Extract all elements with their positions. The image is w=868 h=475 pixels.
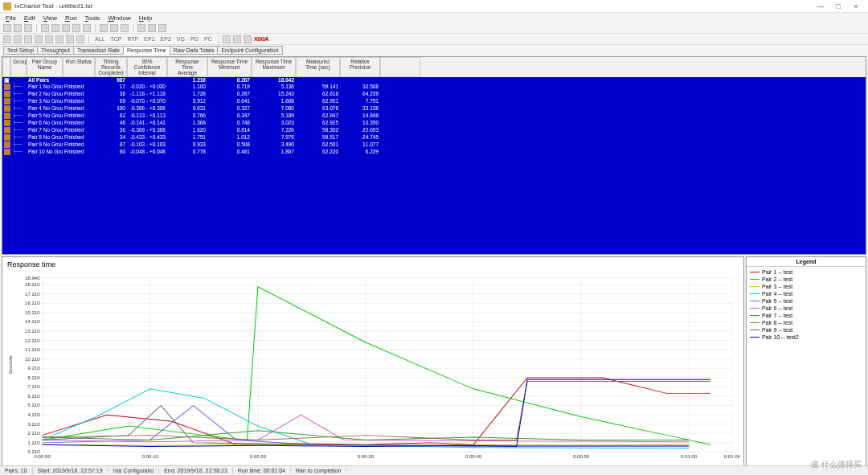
legend-item[interactable]: Pair 4 -- test xyxy=(750,290,862,297)
svg-text:2.210: 2.210 xyxy=(27,432,40,436)
toolbar-icon-13[interactable] xyxy=(158,24,166,32)
legend-item[interactable]: Pair 3 -- test xyxy=(750,283,862,290)
legend-label: Pair 3 -- test xyxy=(762,284,792,289)
statusbar: Pairs: 10 Start: 2019/9/18, 22:57:19 Ixi… xyxy=(0,465,868,475)
svg-text:0:01:04: 0:01:04 xyxy=(724,455,740,460)
table-row[interactable]: ├──Pair 6 No GroupFinished46-0.141 - +0.… xyxy=(2,120,866,127)
legend-label: Pair 1 -- test xyxy=(762,269,792,275)
table-row[interactable]: ├──Pair 3 No GroupFinished69-0.070 - +0.… xyxy=(2,98,866,105)
filter-icon-5[interactable] xyxy=(55,35,63,43)
chart-panel: Response time 0.2101.2102.2103.2104.2105… xyxy=(2,256,744,475)
toolbar-icon-11[interactable] xyxy=(137,24,145,32)
svg-text:14.210: 14.210 xyxy=(25,320,40,325)
legend-label: Pair 8 -- test xyxy=(762,320,792,326)
svg-text:Seconds: Seconds xyxy=(8,356,13,375)
legend-item[interactable]: Pair 9 -- test xyxy=(750,326,862,334)
toolbar-icon-9[interactable] xyxy=(110,24,118,32)
filter-icon-7[interactable] xyxy=(76,35,84,43)
legend-swatch-icon xyxy=(750,315,760,316)
menu-help[interactable]: Help xyxy=(137,14,154,22)
table-row[interactable]: ├──Pair 8 No GroupFinished34-0.433 - +0.… xyxy=(2,134,866,141)
filter-pc[interactable]: PC xyxy=(203,36,214,42)
menu-view[interactable]: View xyxy=(41,14,59,22)
menu-tools[interactable]: Tools xyxy=(83,14,103,22)
chart-canvas[interactable]: 0.2101.2102.2103.2104.2105.2106.2107.210… xyxy=(6,270,740,468)
tab-response-time[interactable]: Response Time xyxy=(123,46,170,55)
filter-vg[interactable]: VG xyxy=(175,36,186,42)
summary-row[interactable]: ▣All Pairs9871.2160.20718.042 xyxy=(2,77,866,84)
tab-transaction-rate[interactable]: Transaction Rate xyxy=(73,46,124,55)
toolbar-icon-6[interactable] xyxy=(72,24,80,32)
toolbar-icon-3[interactable] xyxy=(41,24,49,32)
filter-rtp[interactable]: RTP xyxy=(125,36,140,42)
filter-icon-1[interactable] xyxy=(14,35,22,43)
toolbar-icon-10[interactable] xyxy=(121,24,129,32)
table-row[interactable]: ├──Pair 2 No GroupFinished36-1.118 - +1.… xyxy=(2,91,866,98)
tab-endpoint-configuration[interactable]: Endpoint Configuration xyxy=(217,46,282,55)
legend-item[interactable]: Pair 1 -- test xyxy=(750,268,862,276)
legend-swatch-icon xyxy=(750,293,760,294)
tabbar: Test SetupThroughputTransaction RateResp… xyxy=(0,45,868,55)
table-row[interactable]: ├──Pair 5 No GroupFinished82-0.113 - +0.… xyxy=(2,113,866,120)
toolbar-icon-5[interactable] xyxy=(62,24,70,32)
filter-icon-0[interactable] xyxy=(3,35,11,43)
chart-title: Response time xyxy=(6,259,740,270)
svg-text:16.210: 16.210 xyxy=(25,301,40,306)
svg-text:11.210: 11.210 xyxy=(25,348,40,353)
tool-icon-0[interactable] xyxy=(223,35,231,43)
tab-throughput[interactable]: Throughput xyxy=(37,46,74,55)
legend-item[interactable]: Pair 6 -- test xyxy=(750,305,862,312)
legend-item[interactable]: Pair 10 -- test2 xyxy=(750,334,862,341)
tab-raw-data-totals[interactable]: Raw Data Totals xyxy=(170,46,219,55)
toolbar-icon-0[interactable] xyxy=(3,24,11,32)
toolbar-filters: ALLTCPRTPEP1EP2VGPGPCXIXIA xyxy=(0,34,868,45)
menu-edit[interactable]: Edit xyxy=(22,14,38,22)
svg-text:12.210: 12.210 xyxy=(25,338,40,343)
maximize-button[interactable]: □ xyxy=(829,2,847,10)
filter-ep1[interactable]: EP1 xyxy=(142,36,156,42)
toolbar-icon-2[interactable] xyxy=(24,24,32,32)
table-row[interactable]: ├──Pair 10 No GroupFinished80-0.048 - +0… xyxy=(2,149,866,156)
toolbar-icon-4[interactable] xyxy=(51,24,59,32)
legend-swatch-icon xyxy=(750,286,760,287)
menu-file[interactable]: File xyxy=(3,14,18,22)
toolbar-icon-12[interactable] xyxy=(148,24,156,32)
tool-icon-2[interactable] xyxy=(244,35,252,43)
close-button[interactable]: × xyxy=(847,2,865,10)
legend-item[interactable]: Pair 7 -- test xyxy=(750,312,862,319)
minimize-button[interactable]: — xyxy=(812,2,829,10)
toolbar-icon-7[interactable] xyxy=(83,24,91,32)
svg-text:18.210: 18.210 xyxy=(25,283,40,288)
table-row[interactable]: ├──Pair 7 No GroupFinished36-0.368 - +0.… xyxy=(2,127,866,134)
filter-ep2[interactable]: EP2 xyxy=(159,36,173,42)
grid-body[interactable]: ▣All Pairs9871.2160.20718.042├──Pair 1 N… xyxy=(2,77,866,254)
table-row[interactable]: ├──Pair 4 No GroupFinished100-0.306 - +0… xyxy=(2,105,866,113)
table-row[interactable]: ├──Pair 1 No GroupFinished17-0.020 - +0.… xyxy=(2,84,866,91)
filter-tcp[interactable]: TCP xyxy=(108,36,123,42)
legend-item[interactable]: Pair 5 -- test xyxy=(750,297,862,305)
status-runtime: Run time: 00:01:04 xyxy=(233,468,291,473)
status-ran: Ran to completion xyxy=(291,468,346,473)
menu-run[interactable]: Run xyxy=(63,14,80,22)
brand-logo: XIXIA xyxy=(254,35,268,43)
legend-item[interactable]: Pair 8 -- test xyxy=(750,319,862,326)
filter-icon-6[interactable] xyxy=(66,35,74,43)
tab-test-setup[interactable]: Test Setup xyxy=(3,46,38,55)
status-end: End: 2019/9/18, 22:58:23 xyxy=(159,468,233,473)
filter-icon-3[interactable] xyxy=(35,35,43,43)
svg-text:6.210: 6.210 xyxy=(27,394,40,399)
toolbar-icon-8[interactable] xyxy=(100,24,108,32)
filter-all[interactable]: ALL xyxy=(93,36,106,42)
toolbar-icon-1[interactable] xyxy=(14,24,22,32)
tool-icon-1[interactable] xyxy=(233,35,241,43)
grid-header: GroupPair Group NameRun StatusTiming Rec… xyxy=(2,57,866,77)
legend-swatch-icon xyxy=(750,337,760,338)
legend-swatch-icon xyxy=(750,279,760,280)
legend-panel: Legend Pair 1 -- testPair 2 -- testPair … xyxy=(746,256,866,475)
filter-icon-4[interactable] xyxy=(45,35,53,43)
menu-window[interactable]: Window xyxy=(105,14,133,22)
filter-icon-2[interactable] xyxy=(24,35,32,43)
legend-item[interactable]: Pair 2 -- test xyxy=(750,276,862,283)
filter-pg[interactable]: PG xyxy=(189,36,200,42)
table-row[interactable]: ├──Pair 9 No GroupFinished87-0.103 - +0.… xyxy=(2,141,866,149)
